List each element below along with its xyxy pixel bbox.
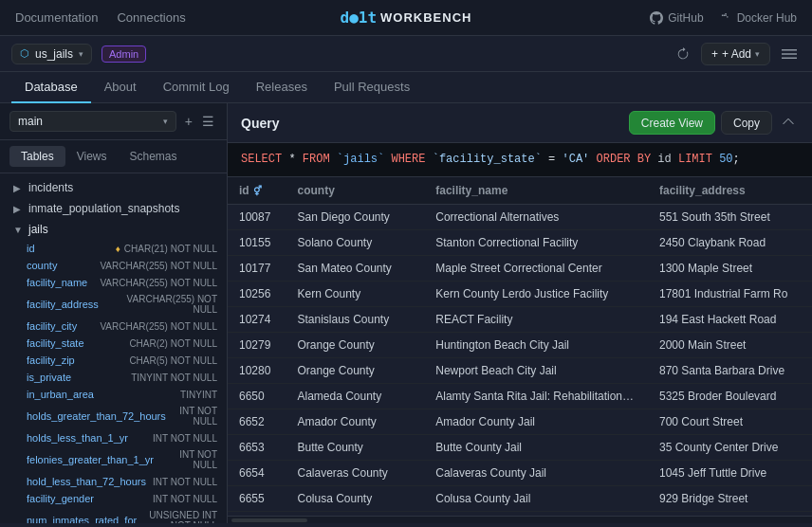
- table-row[interactable]: 10280 Orange County Newport Beach City J…: [228, 358, 812, 384]
- tree-item-inmate[interactable]: ▶ inmate_population_snapshots ✎ ▷: [0, 198, 227, 219]
- table-body: 10087 San Diego County Correctional Alte…: [228, 205, 812, 516]
- sidebar-add-icon[interactable]: +: [182, 111, 195, 132]
- table-row[interactable]: 10256 Kern County Kern County Lerdo Just…: [228, 282, 812, 307]
- field-row[interactable]: id ♦ CHAR(21) NOT NULL: [0, 240, 227, 257]
- cell-id: 10280: [228, 358, 286, 384]
- cell-county: Butte County: [286, 435, 424, 461]
- field-row[interactable]: is_private TINYINT NOT NULL: [0, 369, 227, 386]
- add-button[interactable]: + + Add ▾: [701, 43, 770, 65]
- field-row[interactable]: facility_gender INT NOT NULL: [0, 490, 227, 507]
- cell-facility-address: 2000 Main Street: [648, 333, 812, 358]
- sql-semi: ;: [733, 153, 740, 166]
- field-row[interactable]: felonies_greater_than_1_yr INT NOT NULL: [0, 446, 227, 473]
- field-type: CHAR(2) NOT NULL: [129, 338, 217, 349]
- cell-facility-name: Stanton Correctional Facility: [424, 230, 648, 256]
- table-row[interactable]: 10279 Orange County Huntington Beach Cit…: [228, 333, 812, 358]
- logo-d01t-text: d●1t: [341, 9, 378, 27]
- field-name: facility_city: [27, 320, 96, 332]
- sidebar-list-icon[interactable]: ☰: [199, 111, 217, 132]
- field-name: facility_address: [27, 299, 99, 310]
- sql-order: ORDER BY: [597, 153, 652, 166]
- cell-facility-name: Colusa County Jail: [424, 486, 648, 512]
- table-row[interactable]: 10155 Solano County Stanton Correctional…: [228, 230, 812, 256]
- field-row[interactable]: num_inmates_rated_for UNSIGNED INT NOT N…: [0, 507, 227, 523]
- table-row[interactable]: 10087 San Diego County Correctional Alte…: [228, 205, 812, 230]
- tab-pull-requests[interactable]: Pull Requests: [321, 72, 423, 103]
- col-facility-address-label: facility_address: [659, 184, 746, 197]
- query-actions: Create View Copy: [629, 111, 799, 135]
- db-selector[interactable]: ⬡ us_jails ▾: [11, 44, 92, 64]
- nav-connections[interactable]: Connections: [117, 7, 185, 28]
- logo: d●1t WORKBENCH: [341, 9, 472, 27]
- field-name: hold_less_than_72_hours: [27, 476, 149, 487]
- tree-item-jails[interactable]: ▼ jails ✎ ▷: [0, 219, 227, 240]
- chevron-right-icon: ▶: [13, 204, 25, 214]
- sub-tab-tables[interactable]: Tables: [9, 146, 65, 167]
- field-row[interactable]: county VARCHAR(255) NOT NULL: [0, 257, 227, 274]
- db-bar: ⬡ us_jails ▾ Admin + + Add ▾: [0, 36, 812, 72]
- tree-item-incidents[interactable]: ▶ incidents ✎ ▷: [0, 177, 227, 198]
- scrollbar-thumb[interactable]: [231, 518, 307, 522]
- field-row[interactable]: holds_less_than_1_yr INT NOT NULL: [0, 429, 227, 446]
- tab-commit-log[interactable]: Commit Log: [150, 72, 243, 103]
- tab-database[interactable]: Database: [11, 72, 91, 103]
- fields-container: id ♦ CHAR(21) NOT NULL county VARCHAR(25…: [0, 240, 227, 523]
- field-row[interactable]: facility_city VARCHAR(255) NOT NULL: [0, 318, 227, 335]
- cell-county: Solano County: [286, 230, 424, 256]
- branch-select[interactable]: main ▾: [9, 111, 176, 132]
- table-header-row: id⚥ county facility_name facility_addres…: [228, 177, 812, 205]
- cell-facility-name: Newport Beach City Jail: [424, 358, 648, 384]
- menu-button[interactable]: [778, 43, 801, 65]
- col-facility-address: facility_address: [648, 177, 812, 205]
- add-plus-icon: +: [711, 47, 718, 61]
- field-row[interactable]: facility_address VARCHAR(255) NOT NULL: [0, 291, 227, 318]
- cell-facility-name: Maple Street Correctional Center: [424, 256, 648, 282]
- field-row[interactable]: holds_greater_than_72_hours INT NOT NULL: [0, 403, 227, 429]
- field-row[interactable]: hold_less_than_72_hours INT NOT NULL: [0, 473, 227, 490]
- db-dropdown-icon: ▾: [79, 49, 83, 59]
- horizontal-scrollbar[interactable]: [228, 516, 812, 523]
- table-row[interactable]: 6654 Calaveras County Calaveras County J…: [228, 461, 812, 486]
- cell-county: Stanislaus County: [286, 307, 424, 333]
- field-name: facility_gender: [27, 493, 149, 504]
- field-name: id: [27, 243, 112, 254]
- sql-val: 'CA': [563, 153, 590, 166]
- copy-button[interactable]: Copy: [721, 111, 772, 135]
- cell-facility-address: 194 East Hackett Road: [648, 307, 812, 333]
- data-table-wrapper[interactable]: id⚥ county facility_name facility_addres…: [228, 177, 812, 516]
- field-row[interactable]: facility_zip CHAR(5) NOT NULL: [0, 352, 227, 369]
- table-row[interactable]: 10274 Stanislaus County REACT Facility 1…: [228, 307, 812, 333]
- create-view-button[interactable]: Create View: [629, 111, 715, 135]
- table-row[interactable]: 6652 Amador County Amador County Jail 70…: [228, 409, 812, 435]
- tab-about[interactable]: About: [91, 72, 150, 103]
- sql-where: WHERE: [391, 153, 425, 166]
- field-row[interactable]: in_urban_area TINYINT: [0, 386, 227, 403]
- nav-github[interactable]: GitHub: [650, 11, 703, 25]
- refresh-button[interactable]: [673, 44, 693, 64]
- sub-tab-schemas[interactable]: Schemas: [118, 146, 188, 167]
- field-type: VARCHAR(255) NOT NULL: [100, 261, 217, 271]
- github-label: GitHub: [668, 11, 703, 25]
- cell-facility-name: REACT Facility: [424, 307, 648, 333]
- sub-tab-views[interactable]: Views: [65, 146, 119, 167]
- field-type: INT NOT NULL: [153, 494, 217, 504]
- field-row[interactable]: facility_name VARCHAR(255) NOT NULL: [0, 274, 227, 291]
- table-row[interactable]: 6653 Butte County Butte County Jail 35 C…: [228, 435, 812, 461]
- table-row[interactable]: 6650 Alameda County Alamty Santa Rita Ja…: [228, 384, 812, 409]
- cell-facility-name: Kern County Lerdo Justice Facility: [424, 282, 648, 307]
- expand-button[interactable]: [778, 111, 799, 135]
- cell-facility-address: 700 Court Street: [648, 409, 812, 435]
- table-row[interactable]: 10177 San Mateo County Maple Street Corr…: [228, 256, 812, 282]
- sql-col: `facility_state`: [433, 153, 542, 166]
- nav-dockerhub[interactable]: Docker Hub: [719, 11, 797, 25]
- cell-facility-name: Calaveras County Jail: [424, 461, 648, 486]
- sql-star: *: [282, 153, 303, 166]
- logo-workbench-text: WORKBENCH: [380, 10, 471, 25]
- tab-releases[interactable]: Releases: [243, 72, 321, 103]
- cell-facility-name: Amador County Jail: [424, 409, 648, 435]
- sql-space3: [425, 153, 432, 166]
- nav-documentation[interactable]: Documentation: [15, 7, 98, 28]
- cell-id: 10155: [228, 230, 286, 256]
- field-row[interactable]: facility_state CHAR(2) NOT NULL: [0, 335, 227, 352]
- table-row[interactable]: 6655 Colusa County Colusa County Jail 92…: [228, 486, 812, 512]
